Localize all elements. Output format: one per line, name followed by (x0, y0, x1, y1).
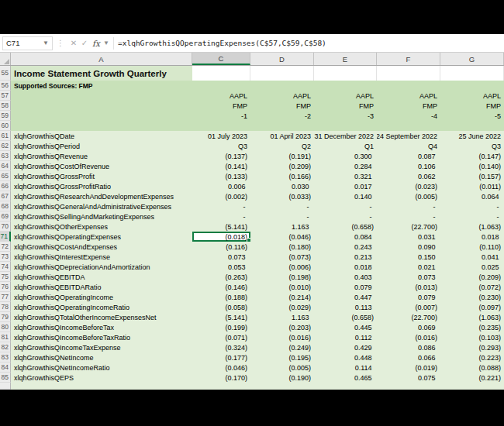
value-cell[interactable]: - (314, 211, 377, 222)
row-header-80[interactable]: 80 (0, 322, 11, 332)
value-cell[interactable]: 31 December 2022 (314, 131, 377, 141)
value-cell[interactable]: (0.190) (250, 373, 314, 383)
value-cell[interactable]: 0.084 (314, 232, 377, 242)
value-cell[interactable]: Q3 (192, 141, 250, 151)
row-label[interactable]: xlqhGrowthisQGeneralAndAdministrativeExp… (11, 201, 192, 211)
value-cell[interactable]: (0.097) (440, 302, 504, 312)
value-cell[interactable]: 0.213 (314, 252, 377, 262)
value-cell[interactable]: 25 June 2022 (440, 131, 504, 141)
param-cell[interactable]: FMP (250, 101, 314, 111)
row-label[interactable]: xlqhGrowthisQIncomeBeforeTax (11, 322, 192, 332)
value-cell[interactable]: (0.046) (192, 362, 250, 373)
value-cell[interactable]: - (377, 211, 440, 222)
value-cell[interactable]: (0.072) (440, 282, 504, 292)
row-label[interactable]: xlqhGrowthisQDepreciationAndAmortization (11, 262, 192, 272)
value-cell[interactable]: 0.041 (440, 252, 504, 262)
column-header-C[interactable]: C (192, 53, 250, 65)
row-header-66[interactable]: 66 (0, 181, 11, 191)
value-cell[interactable]: (0.006) (250, 262, 314, 272)
value-cell[interactable]: (0.058) (192, 302, 250, 312)
value-cell[interactable]: (0.010) (250, 282, 314, 292)
row-label[interactable]: xlqhGrowthisQOtherExpenses (11, 222, 192, 232)
row-label[interactable]: xlqhGrowthisQTotalOtherIncomeExpensesNet (11, 312, 192, 322)
param-cell[interactable]: -2 (250, 111, 314, 121)
value-cell[interactable]: (0.263) (192, 272, 250, 282)
value-cell[interactable]: (0.007) (377, 302, 440, 312)
value-cell[interactable]: 1.163 (250, 222, 314, 232)
value-cell[interactable]: (0.110) (440, 242, 504, 252)
value-cell[interactable]: (0.137) (192, 151, 250, 161)
row-header-82[interactable]: 82 (0, 342, 11, 352)
row-label[interactable]: xlqhGrowthisQCostOfRevenue (11, 161, 192, 171)
row-header-76[interactable]: 76 (0, 282, 11, 292)
value-cell[interactable]: (0.023) (377, 181, 440, 191)
value-cell[interactable]: 1.163 (250, 312, 314, 322)
value-cell[interactable]: 0.062 (377, 171, 440, 181)
param-cell[interactable] (250, 121, 314, 131)
value-cell[interactable]: 0.025 (440, 262, 504, 272)
value-cell[interactable]: 0.017 (314, 181, 377, 191)
value-cell[interactable]: (0.188) (192, 292, 250, 302)
selected-cell[interactable]: (0.018) (192, 232, 250, 242)
value-cell[interactable]: (0.293) (440, 342, 504, 352)
fill-handle[interactable] (247, 238, 250, 242)
row-header-59[interactable]: 59 (0, 111, 11, 121)
param-cell[interactable]: AAPL (440, 91, 504, 101)
supported-sources-label[interactable]: Supported Sources: FMP (11, 81, 504, 91)
empty-cell[interactable] (11, 101, 192, 111)
value-cell[interactable]: (0.203) (250, 322, 314, 332)
param-cell[interactable]: FMP (377, 101, 440, 111)
value-cell[interactable]: - (440, 211, 504, 222)
row-header-77[interactable]: 77 (0, 292, 11, 302)
value-cell[interactable]: 24 September 2022 (377, 131, 440, 141)
value-cell[interactable]: Q4 (377, 141, 440, 151)
value-cell[interactable]: (0.209) (250, 161, 314, 171)
column-header-A[interactable]: A (11, 53, 192, 65)
empty-cell[interactable] (11, 111, 192, 121)
value-cell[interactable]: (0.116) (192, 242, 250, 252)
value-cell[interactable]: 0.064 (440, 191, 504, 201)
param-cell[interactable]: -3 (314, 111, 377, 121)
value-cell[interactable]: 0.403 (314, 272, 377, 282)
value-cell[interactable]: 0.106 (377, 161, 440, 171)
row-header-partial[interactable] (0, 383, 11, 390)
enter-check-icon[interactable]: ✓ (79, 39, 90, 47)
value-cell[interactable]: 0.079 (314, 282, 377, 292)
value-cell[interactable]: (22.700) (377, 312, 440, 322)
value-cell[interactable]: (1.063) (440, 222, 504, 232)
value-cell[interactable]: (0.199) (192, 322, 250, 332)
row-label[interactable]: xlqhGrowthisQCostAndExpenses (11, 242, 192, 252)
value-cell[interactable]: 0.448 (314, 352, 377, 362)
empty-cell[interactable] (314, 66, 377, 81)
row-header-60[interactable]: 60 (0, 121, 11, 131)
value-cell[interactable]: 0.447 (314, 292, 377, 302)
row-label[interactable]: xlqhGrowthisQGrossProfit (11, 171, 192, 181)
value-cell[interactable]: (0.658) (314, 222, 377, 232)
chevron-down-icon[interactable]: ▼ (43, 40, 49, 46)
value-cell[interactable]: (0.002) (192, 191, 250, 201)
value-cell[interactable]: (0.146) (192, 282, 250, 292)
row-header-67[interactable]: 67 (0, 191, 11, 201)
value-cell[interactable]: - (377, 201, 440, 211)
row-header-73[interactable]: 73 (0, 252, 11, 262)
value-cell[interactable]: (0.013) (377, 282, 440, 292)
value-cell[interactable]: (1.063) (440, 312, 504, 322)
empty-cell[interactable] (11, 383, 504, 390)
row-header-55[interactable]: 55 (0, 66, 11, 81)
row-header-84[interactable]: 84 (0, 362, 11, 373)
column-header-G[interactable]: G (440, 53, 504, 65)
row-header-75[interactable]: 75 (0, 272, 11, 282)
row-header-71[interactable]: 71 (0, 232, 11, 242)
value-cell[interactable]: (5.141) (192, 222, 250, 232)
param-cell[interactable]: FMP (440, 101, 504, 111)
value-cell[interactable]: (0.071) (192, 332, 250, 342)
value-cell[interactable]: (0.133) (192, 171, 250, 181)
value-cell[interactable]: (5.141) (192, 312, 250, 322)
value-cell[interactable]: 0.150 (377, 252, 440, 262)
column-header-E[interactable]: E (314, 53, 377, 65)
row-label[interactable]: xlqhGrowthisQSellingAndMarketingExpenses (11, 211, 192, 222)
value-cell[interactable]: (0.088) (440, 362, 504, 373)
value-cell[interactable]: (0.223) (440, 352, 504, 362)
value-cell[interactable]: 0.243 (314, 242, 377, 252)
value-cell[interactable]: 0.321 (314, 171, 377, 181)
